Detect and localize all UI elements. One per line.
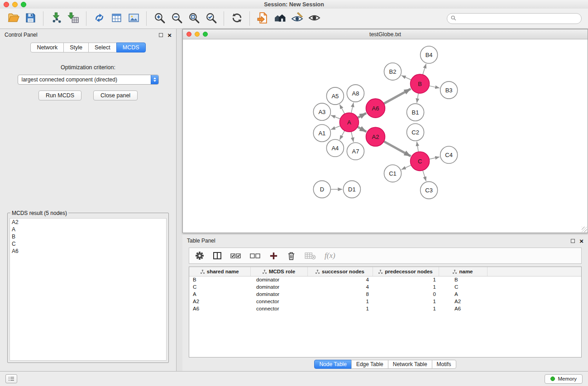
float-table-panel-icon[interactable] (571, 239, 575, 243)
graph-edge-A-A5[interactable] (339, 105, 344, 114)
table-cell[interactable]: A2 (439, 298, 487, 305)
tab-network[interactable]: Network (30, 43, 64, 52)
memory-button[interactable]: Memory (545, 374, 583, 384)
network-canvas[interactable]: AA6A2BCA1A3A4A5A7A8B1B2B3B4C1C2C3C4DD1 (183, 39, 588, 233)
annotation-toggle-button[interactable] (288, 10, 306, 27)
table-cell[interactable]: 4 (307, 283, 373, 291)
close-panel-button[interactable]: Close panel (93, 91, 138, 100)
result-item[interactable]: A6 (10, 248, 166, 255)
graph-edge-A-A6[interactable] (358, 113, 366, 118)
table-cell[interactable]: C (439, 283, 487, 291)
table-cell[interactable]: 1 (307, 305, 373, 312)
maximize-window-button[interactable] (21, 2, 26, 7)
table-cell[interactable]: connector (250, 298, 307, 305)
graph-edge-A6-B[interactable] (384, 89, 411, 104)
task-history-button[interactable] (5, 374, 17, 383)
table-row[interactable]: Bdominator41B (189, 276, 581, 283)
refresh-layout-button[interactable] (228, 10, 245, 27)
optimization-dropdown[interactable]: largest connected component (directed) (18, 75, 159, 85)
graph-edge-C-C2[interactable] (417, 142, 419, 152)
gear-icon[interactable] (195, 251, 204, 260)
network-maximize-button[interactable] (203, 32, 208, 37)
graph-edge-C-C4[interactable] (429, 157, 440, 159)
column-header[interactable]: MCDS role (250, 267, 307, 276)
tab-edge-table[interactable]: Edge Table (351, 360, 388, 369)
graph-edge-C-C1[interactable] (402, 165, 411, 170)
export-image-button[interactable] (125, 10, 142, 27)
graph-node-A7[interactable]: A7 (347, 143, 364, 160)
table-row[interactable]: Cdominator41C (189, 283, 581, 291)
graph-node-B1[interactable]: B1 (407, 104, 424, 121)
run-mcds-button[interactable]: Run MCDS (38, 91, 81, 100)
graph-node-D1[interactable]: D1 (343, 181, 360, 198)
table-cell[interactable]: B (439, 276, 487, 283)
graph-node-B3[interactable]: B3 (440, 81, 458, 99)
table-cell[interactable]: A2 (189, 298, 250, 305)
import-table-button[interactable] (65, 10, 82, 27)
graph-edge-A-A8[interactable] (351, 103, 354, 113)
delete-column-icon[interactable] (287, 251, 296, 261)
home-view-button[interactable] (271, 10, 288, 27)
graph-node-C2[interactable]: C2 (407, 124, 424, 141)
graph-node-A6[interactable]: A6 (366, 99, 385, 118)
graph-edge-B-B1[interactable] (417, 93, 418, 103)
graph-edge-A-A7[interactable] (351, 132, 354, 142)
graph-node-A3[interactable]: A3 (313, 103, 330, 120)
column-header[interactable]: predecessor nodes (373, 267, 439, 276)
table-cell[interactable]: 4 (307, 276, 373, 283)
column-header[interactable]: successor nodes (307, 267, 373, 276)
table-cell[interactable]: dominator (250, 276, 307, 283)
clone-network-button[interactable] (91, 10, 108, 27)
table-cell[interactable]: 1 (373, 305, 439, 312)
select-all-icon[interactable] (230, 252, 241, 260)
open-file-button[interactable] (5, 10, 22, 27)
table-cell[interactable]: A (189, 291, 250, 298)
network-minimize-button[interactable] (195, 32, 200, 37)
minimize-window-button[interactable] (12, 2, 18, 7)
graph-node-B4[interactable]: B4 (421, 46, 438, 63)
search-input[interactable] (459, 15, 578, 22)
deselect-all-icon[interactable] (250, 252, 261, 260)
tab-motifs[interactable]: Motifs (432, 360, 456, 369)
graph-node-C[interactable]: C (411, 152, 430, 171)
graph-edge-A-A3[interactable] (331, 115, 340, 119)
table-cell[interactable]: dominator (250, 283, 307, 291)
graph-node-A4[interactable]: A4 (326, 139, 344, 157)
table-cell[interactable]: dominator (250, 291, 307, 298)
close-window-button[interactable] (4, 2, 9, 7)
graph-node-A5[interactable]: A5 (326, 87, 344, 105)
graph-node-C1[interactable]: C1 (384, 165, 401, 182)
column-header[interactable]: name (439, 267, 487, 276)
table-cell[interactable]: 8 (307, 291, 373, 298)
add-column-icon[interactable] (269, 252, 278, 260)
table-cell[interactable]: 1 (307, 298, 373, 305)
table-cell[interactable]: 0 (373, 291, 439, 298)
table-cell[interactable]: A (439, 291, 487, 298)
table-cell[interactable]: A6 (189, 305, 250, 312)
close-panel-icon[interactable]: × (167, 32, 172, 38)
graph-node-C4[interactable]: C4 (440, 146, 458, 163)
graph-edge-B-B2[interactable] (402, 76, 411, 80)
table-row[interactable]: A6connector11A6 (189, 305, 581, 312)
tab-network-table[interactable]: Network Table (388, 360, 432, 369)
tab-style[interactable]: Style (63, 43, 89, 52)
resize-grip[interactable] (582, 227, 587, 232)
tab-select[interactable]: Select (88, 43, 117, 52)
table-row[interactable]: Adominator80A (189, 291, 581, 298)
table-cell[interactable]: B (189, 276, 250, 283)
graph-node-B2[interactable]: B2 (384, 63, 401, 80)
network-close-button[interactable] (186, 32, 191, 37)
graph-edge-B-B4[interactable] (423, 64, 426, 75)
graph-node-A2[interactable]: A2 (366, 127, 385, 146)
graph-node-D[interactable]: D (313, 181, 330, 198)
graph-edge-C-C3[interactable] (423, 170, 426, 181)
zoom-selected-button[interactable] (202, 10, 220, 27)
result-item[interactable]: A (10, 226, 166, 233)
graph-edge-A-A4[interactable] (339, 131, 344, 140)
close-table-panel-icon[interactable]: × (579, 238, 583, 244)
result-item[interactable]: B (10, 233, 166, 240)
tab-mcds[interactable]: MCDS (116, 43, 146, 52)
zoom-out-button[interactable] (168, 10, 185, 27)
open-document-button[interactable] (254, 10, 271, 27)
table-cell[interactable]: 1 (373, 298, 439, 305)
